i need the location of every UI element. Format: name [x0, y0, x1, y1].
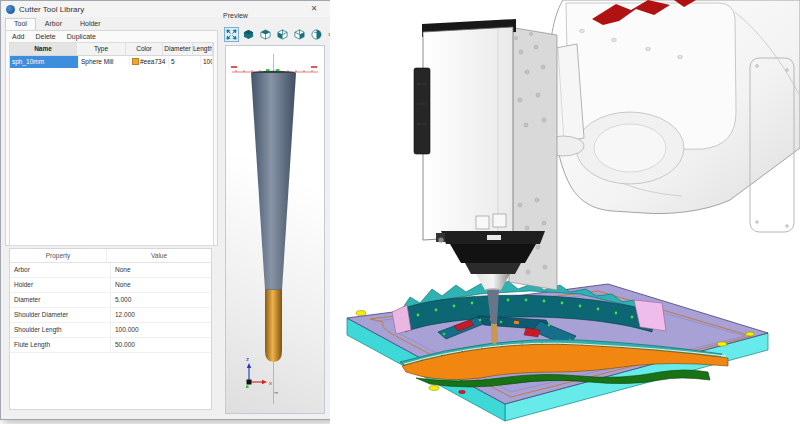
- right-view-icon[interactable]: [292, 27, 307, 42]
- add-button[interactable]: Add: [11, 32, 25, 41]
- col-name[interactable]: Name: [10, 43, 77, 55]
- machining-scene-canvas: [330, 0, 800, 424]
- dialog-title: Cutter Tool Library: [19, 5, 84, 14]
- property-label: Shoulder Diameter: [10, 308, 111, 322]
- workpiece: [347, 281, 768, 421]
- bolt-hole: [746, 332, 754, 336]
- ruler-left-label: [231, 66, 237, 68]
- col-color[interactable]: Color: [126, 43, 163, 55]
- fit-view-icon[interactable]: [224, 27, 239, 42]
- machining-scene-viewport[interactable]: [330, 0, 800, 424]
- col-property: Property: [10, 249, 107, 262]
- tab-holder[interactable]: Holder: [71, 18, 110, 30]
- property-value: 12.000: [111, 308, 211, 322]
- tool-shank: [251, 73, 296, 290]
- front-view-icon[interactable]: [275, 27, 290, 42]
- property-label: Holder: [10, 278, 111, 292]
- bolt-hole: [717, 342, 726, 346]
- property-row-holder[interactable]: Holder None: [10, 278, 211, 293]
- property-label: Diameter: [10, 293, 111, 307]
- property-grid-header: Property Value: [10, 249, 211, 263]
- color-swatch: [132, 58, 139, 65]
- axis-triad: z x: [246, 356, 272, 388]
- locating-hole: [459, 390, 466, 393]
- spindle-side-module: [414, 68, 430, 154]
- screen: { "window": { "title": "Cutter Tool Libr…: [0, 0, 800, 424]
- spindle-housing: [423, 27, 513, 240]
- property-value: 100.000: [111, 323, 211, 337]
- tool-flute: [265, 290, 282, 362]
- bolt-hole: [429, 386, 439, 391]
- property-value: None: [111, 278, 211, 292]
- tool-preview-canvas: z x: [226, 46, 324, 413]
- delete-button[interactable]: Delete: [34, 32, 56, 41]
- x-axis-label: x: [269, 380, 272, 386]
- property-row-flute-length[interactable]: Flute Length 50.000: [10, 338, 211, 353]
- close-icon[interactable]: ✕: [301, 1, 327, 16]
- property-label: Flute Length: [10, 338, 111, 352]
- col-length[interactable]: Length: [193, 43, 213, 55]
- app-icon: [6, 5, 15, 14]
- col-diameter[interactable]: Diameter: [163, 43, 193, 55]
- property-row-shoulder-length[interactable]: Shoulder Length 100.000: [10, 323, 211, 338]
- tab-tool[interactable]: Tool: [5, 18, 36, 30]
- col-value: Value: [107, 249, 211, 262]
- preview-group-label: Preview: [223, 12, 248, 19]
- bolt-hole: [356, 311, 366, 316]
- tool-tab-page: Add Delete Duplicate Name Type Color Dia…: [5, 30, 218, 246]
- z-axis-label: z: [246, 356, 249, 362]
- dialog-titlebar[interactable]: Cutter Tool Library ✕: [1, 1, 331, 17]
- cutter-tool-library-dialog: Cutter Tool Library ✕ Tool Arbor Holder …: [0, 0, 332, 420]
- property-row-shoulder-diameter[interactable]: Shoulder Diameter 12.000: [10, 308, 211, 323]
- dimension-mark: [275, 392, 279, 394]
- property-row-diameter[interactable]: Diameter 5.000: [10, 293, 211, 308]
- table-row[interactable]: sph_10mm Sphere Mill #eea734 5 100: [10, 56, 213, 68]
- property-label: Arbor: [10, 263, 111, 277]
- tool-color-cell: #eea734: [130, 56, 169, 68]
- preview-toolbar: »: [224, 27, 332, 41]
- tabstrip: Tool Arbor Holder: [5, 18, 110, 30]
- tool-actions: Add Delete Duplicate: [11, 32, 97, 41]
- property-value: None: [111, 263, 211, 277]
- tool-type-cell: Sphere Mill: [79, 56, 130, 68]
- property-row-arbor[interactable]: Arbor None: [10, 263, 211, 278]
- tool-name-cell: sph_10mm: [10, 56, 79, 68]
- top-view-icon[interactable]: [258, 27, 273, 42]
- property-label: Shoulder Length: [10, 323, 111, 337]
- property-value: 50.000: [111, 338, 211, 352]
- duplicate-button[interactable]: Duplicate: [66, 32, 97, 41]
- tool-list-empty-area[interactable]: [10, 68, 213, 245]
- tab-arbor[interactable]: Arbor: [36, 18, 71, 30]
- property-value: 5.000: [111, 293, 211, 307]
- tool-table-header: Name Type Color Diameter Length: [10, 43, 213, 56]
- col-type[interactable]: Type: [77, 43, 126, 55]
- color-hex: #eea734: [140, 58, 165, 65]
- tool-table: Name Type Color Diameter Length sph_10mm…: [9, 42, 214, 246]
- ruler-right-label: [311, 66, 317, 68]
- tool-length-cell: 100: [201, 56, 213, 68]
- perspective-view-icon[interactable]: [309, 27, 324, 42]
- property-grid: Property Value Arbor None Holder None Di…: [9, 248, 212, 410]
- isometric-view-icon[interactable]: [241, 27, 256, 42]
- tool-preview-viewport[interactable]: z x: [225, 45, 325, 414]
- tool-diameter-cell: 5: [169, 56, 201, 68]
